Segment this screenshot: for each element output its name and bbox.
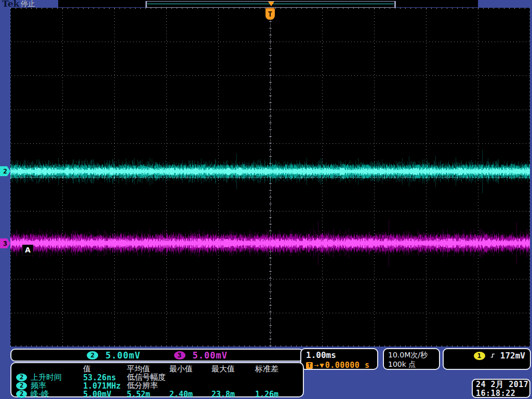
- preview-right-bracket: [392, 1, 396, 8]
- ch3-scale: 5.00mV: [193, 350, 228, 361]
- ch2-position-marker: 2: [0, 166, 10, 176]
- channel-scale-bar: 2 5.00mV 3 5.00mV: [10, 349, 304, 362]
- caret-down-icon: ▼: [320, 362, 324, 369]
- trigger-source-badge: 1: [474, 352, 485, 360]
- timebase-readout: 1.00ms T → ▼ 0.00000 s: [300, 348, 378, 370]
- meas-ch-badge: 2: [16, 374, 27, 381]
- trigger-readout: 1 172mV: [443, 348, 531, 370]
- ch3-position-marker: 3: [0, 238, 10, 248]
- timebase-scale: 1.00ms: [306, 350, 377, 360]
- meas-max: 23.8m: [211, 390, 255, 399]
- trigger-position-icon: T: [265, 9, 275, 20]
- preview-left-bracket: [145, 1, 149, 8]
- ch2-scale: 5.00mV: [105, 350, 140, 361]
- time-value: 16:18:22: [476, 389, 529, 398]
- meas-min: 2.40m: [169, 390, 211, 399]
- meas-name: 峰-峰: [31, 389, 49, 399]
- ch2-badge: 2: [87, 351, 98, 360]
- record-length: 100k 点: [388, 360, 439, 369]
- measurement-row-risetime: 2 上升时间 53.26ns 低信号幅度: [11, 373, 303, 381]
- trigger-level: 172mV: [500, 351, 525, 361]
- oscilloscope-screen: Tek 停止 T A 2 3 2 5.00mV 3 5.00mV 1.00ms …: [0, 0, 532, 399]
- date-value: 24 2月 2017: [476, 380, 529, 389]
- graticule: T A: [10, 8, 530, 347]
- measurement-row-frequency: 2 频率 1.071MHz 低分辨率: [11, 381, 303, 389]
- marker-a-badge: A: [23, 245, 33, 255]
- acquisition-readout: 10.0M次/秒 100k 点: [383, 348, 440, 370]
- meas-mean: 5.52m: [127, 390, 169, 399]
- preview-trigger-arrow-icon: [268, 2, 274, 6]
- rising-edge-icon: [490, 352, 495, 360]
- meas-ch-badge: 2: [16, 390, 27, 398]
- measurement-panel: 值 平均值 最小值 最大值 标准差 2 上升时间 53.26ns 低信号幅度 2…: [10, 362, 304, 397]
- meas-ch-badge: 2: [16, 382, 27, 390]
- meas-std: 1.26m: [255, 390, 303, 399]
- sample-rate: 10.0M次/秒: [388, 350, 439, 360]
- meas-value: 5.00mV: [83, 390, 127, 399]
- datetime-readout: 24 2月 2017 16:18:22: [472, 379, 530, 398]
- acquisition-preview-background: [58, 0, 478, 7]
- arrow-right-icon: →: [314, 362, 318, 369]
- measurement-header-row: 值 平均值 最小值 最大值 标准差: [11, 364, 303, 373]
- acquisition-preview-bar: [145, 1, 396, 8]
- trigger-time-icon: T: [306, 362, 313, 369]
- waveform-canvas: [10, 8, 530, 347]
- measurement-row-pkpk: 2 峰-峰 5.00mV 5.52m 2.40m 23.8m 1.26m: [11, 389, 303, 397]
- trigger-time-value: 0.00000 s: [325, 361, 370, 370]
- ch3-badge: 3: [174, 351, 185, 360]
- top-status-bar: Tek 停止: [0, 0, 532, 8]
